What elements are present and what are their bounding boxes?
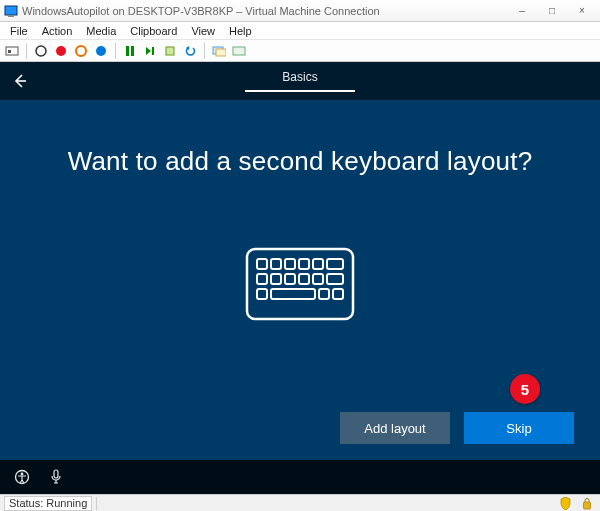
svg-rect-23 [313, 259, 323, 269]
menu-file[interactable]: File [4, 24, 34, 38]
svg-rect-24 [327, 259, 343, 269]
svg-rect-29 [313, 274, 323, 284]
svg-rect-11 [152, 47, 154, 55]
svg-rect-9 [131, 46, 134, 56]
svg-point-5 [56, 46, 66, 56]
share-icon[interactable] [231, 43, 247, 59]
oobe-tab-underline [245, 90, 355, 92]
menu-media[interactable]: Media [80, 24, 122, 38]
svg-rect-25 [257, 274, 267, 284]
pause-icon[interactable] [122, 43, 138, 59]
toolbar-separator [115, 43, 116, 59]
toolbar [0, 40, 600, 62]
back-button[interactable] [0, 62, 40, 100]
ctrl-alt-del-icon[interactable] [4, 43, 20, 59]
oobe-tab: Basics [245, 70, 355, 92]
action-row: Add layout Skip [340, 412, 574, 444]
save-icon[interactable] [93, 43, 109, 59]
svg-rect-32 [271, 289, 315, 299]
close-button[interactable]: × [568, 2, 596, 20]
turnoff-icon[interactable] [53, 43, 69, 59]
svg-rect-2 [6, 47, 18, 55]
svg-point-6 [76, 46, 86, 56]
window-controls: – □ × [508, 2, 596, 20]
svg-rect-3 [8, 50, 11, 53]
status-separator [96, 497, 97, 510]
menu-help[interactable]: Help [223, 24, 258, 38]
svg-rect-8 [126, 46, 129, 56]
svg-rect-12 [166, 47, 174, 55]
checkpoint-icon[interactable] [162, 43, 178, 59]
svg-rect-38 [584, 502, 591, 509]
menubar: File Action Media Clipboard View Help [0, 22, 600, 40]
window-title: WindowsAutopilot on DESKTOP-V3BR8KP – Vi… [22, 5, 508, 17]
svg-rect-31 [257, 289, 267, 299]
security-icon [556, 496, 575, 511]
keyboard-icon [245, 247, 355, 325]
toolbar-separator [204, 43, 205, 59]
app-icon [4, 4, 18, 18]
shutdown-icon[interactable] [73, 43, 89, 59]
start-icon[interactable] [33, 43, 49, 59]
svg-rect-27 [285, 274, 295, 284]
status-right [556, 496, 596, 511]
svg-rect-16 [233, 47, 245, 55]
microphone-icon[interactable] [48, 469, 64, 485]
svg-rect-26 [271, 274, 281, 284]
menu-clipboard[interactable]: Clipboard [124, 24, 183, 38]
ease-of-access-icon[interactable] [14, 469, 30, 485]
svg-rect-0 [5, 6, 17, 15]
page-title: Want to add a second keyboard layout? [68, 146, 533, 177]
revert-icon[interactable] [182, 43, 198, 59]
enhanced-icon[interactable] [211, 43, 227, 59]
svg-rect-34 [333, 289, 343, 299]
oobe-header: Basics [0, 62, 600, 100]
guest-screen: Basics Want to add a second keyboard lay… [0, 62, 600, 494]
svg-rect-15 [216, 49, 226, 56]
lock-icon [578, 496, 596, 511]
svg-point-7 [96, 46, 106, 56]
svg-point-4 [36, 46, 46, 56]
annotation-callout: 5 [510, 374, 540, 404]
svg-rect-21 [285, 259, 295, 269]
svg-rect-20 [271, 259, 281, 269]
reset-icon[interactable] [142, 43, 158, 59]
svg-rect-22 [299, 259, 309, 269]
statusbar: Status: Running [0, 494, 600, 511]
menu-action[interactable]: Action [36, 24, 79, 38]
menu-view[interactable]: View [185, 24, 221, 38]
svg-rect-33 [319, 289, 329, 299]
oobe-body: Want to add a second keyboard layout? [0, 100, 600, 460]
svg-point-36 [21, 473, 24, 476]
oobe-tab-label: Basics [282, 70, 317, 90]
svg-rect-19 [257, 259, 267, 269]
svg-rect-1 [8, 15, 14, 17]
window-titlebar: WindowsAutopilot on DESKTOP-V3BR8KP – Vi… [0, 0, 600, 22]
maximize-button[interactable]: □ [538, 2, 566, 20]
add-layout-button[interactable]: Add layout [340, 412, 450, 444]
skip-button[interactable]: Skip [464, 412, 574, 444]
svg-rect-30 [327, 274, 343, 284]
minimize-button[interactable]: – [508, 2, 536, 20]
svg-marker-10 [146, 47, 151, 55]
svg-rect-28 [299, 274, 309, 284]
oobe-tray [0, 460, 600, 494]
toolbar-separator [26, 43, 27, 59]
svg-rect-37 [54, 470, 58, 478]
status-text: Status: Running [4, 496, 92, 511]
